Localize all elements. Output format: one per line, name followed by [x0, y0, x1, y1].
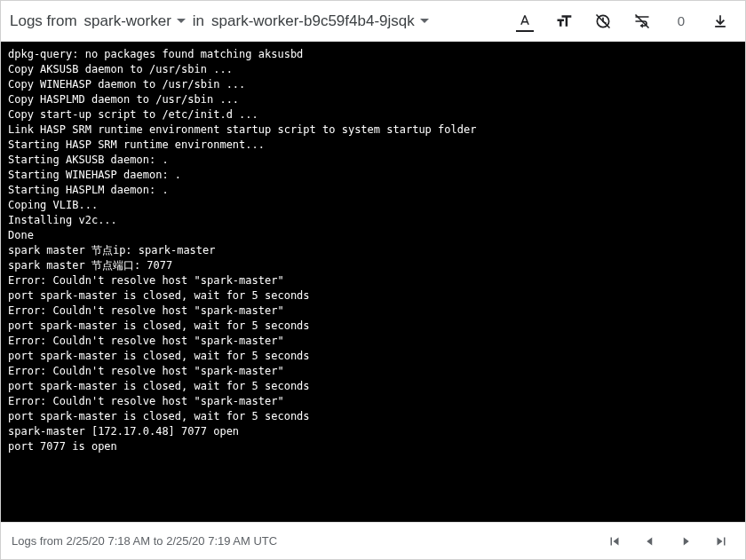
- container-selector[interactable]: spark-worker: [83, 9, 187, 34]
- first-page-button[interactable]: [601, 528, 628, 555]
- timestamp-toggle-button[interactable]: [585, 4, 621, 39]
- in-label: in: [191, 9, 206, 34]
- log-output[interactable]: dpkg-query: no packages found matching a…: [1, 42, 745, 522]
- logs-from-label: Logs from: [8, 9, 79, 34]
- pod-selector[interactable]: spark-worker-b9c59f4b4-9jsqk: [210, 9, 431, 34]
- prev-page-button[interactable]: [637, 528, 663, 555]
- dropdown-arrow-icon: [177, 19, 186, 23]
- container-selector-value: spark-worker: [84, 12, 171, 30]
- pod-selector-value: spark-worker-b9c59f4b4-9jsqk: [211, 12, 415, 30]
- wrap-toggle-button[interactable]: [624, 4, 660, 39]
- new-logs-count-value: 0: [678, 13, 685, 28]
- time-range-label: Logs from 2/25/20 7:18 AM to 2/25/20 7:1…: [12, 534, 277, 548]
- download-button[interactable]: [702, 4, 738, 39]
- dropdown-arrow-icon: [420, 19, 429, 23]
- log-footer: Logs from 2/25/20 7:18 AM to 2/25/20 7:1…: [1, 522, 745, 559]
- log-toolbar: 0: [507, 4, 738, 39]
- pager: [601, 528, 734, 555]
- next-page-button[interactable]: [672, 528, 699, 555]
- log-header: Logs from spark-worker in spark-worker-b…: [1, 1, 745, 42]
- new-logs-count[interactable]: 0: [663, 4, 699, 39]
- last-page-button[interactable]: [708, 528, 734, 555]
- font-color-button[interactable]: [507, 4, 543, 39]
- font-size-button[interactable]: [546, 4, 582, 39]
